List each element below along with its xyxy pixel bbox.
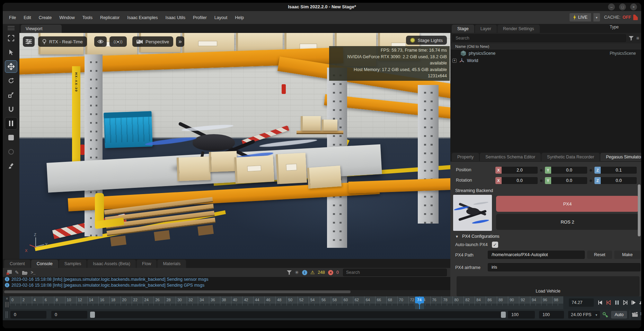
- select-tool-button[interactable]: [5, 32, 17, 44]
- reset-button[interactable]: Reset: [587, 251, 612, 259]
- backend-ros2-button[interactable]: ROS 2: [496, 214, 639, 230]
- go-to-end-button[interactable]: [621, 298, 629, 307]
- start-frame-field[interactable]: [10, 311, 46, 319]
- stop-tool-button[interactable]: [5, 131, 17, 144]
- expander-plus-icon[interactable]: +: [452, 59, 457, 63]
- open-folder-icon[interactable]: [22, 270, 28, 275]
- go-to-start-button[interactable]: [605, 298, 612, 307]
- info-filter-icon[interactable]: i: [302, 270, 307, 275]
- minimize-button[interactable]: –: [608, 3, 615, 10]
- make-button[interactable]: Make: [614, 251, 641, 259]
- close-button[interactable]: ×: [630, 3, 637, 10]
- next-frame-button[interactable]: [630, 298, 637, 307]
- end-frame-field[interactable]: [539, 311, 564, 319]
- tab-samples[interactable]: Samples: [59, 260, 87, 268]
- position-x-field[interactable]: 2.0: [502, 167, 538, 174]
- section-collapse-arrow[interactable]: ▼: [455, 235, 459, 238]
- live-button[interactable]: LIVE: [570, 13, 591, 21]
- maximize-button[interactable]: □: [619, 3, 626, 10]
- viewport-settings-button[interactable]: [23, 36, 35, 47]
- current-time-field[interactable]: [569, 298, 594, 307]
- tab-stage[interactable]: Stage: [452, 25, 474, 33]
- camera-selector[interactable]: Perspective: [132, 36, 173, 47]
- px4-configurations-section[interactable]: PX4 Configurations: [462, 234, 500, 239]
- position-z-field[interactable]: 0.1: [601, 167, 637, 174]
- auto-key-button[interactable]: Auto: [611, 311, 627, 319]
- rotation-x-field[interactable]: 0.0: [502, 177, 538, 184]
- scale-tool-button[interactable]: [5, 89, 17, 101]
- rotation-y-field[interactable]: 0.0: [551, 177, 587, 184]
- cache-file-icon[interactable]: [633, 15, 638, 20]
- console-hscrollbar[interactable]: [3, 290, 450, 294]
- autolaunch-checkbox[interactable]: ✓: [492, 242, 498, 248]
- px4-path-input[interactable]: [488, 251, 585, 259]
- timeline-menu-icon[interactable]: ≡: [640, 311, 641, 317]
- position-y-field[interactable]: 0.0: [551, 167, 587, 174]
- pause-button[interactable]: [613, 298, 620, 307]
- px4-airframe-input[interactable]: [488, 263, 641, 271]
- playhead[interactable]: 74: [415, 297, 424, 303]
- timeline-close-icon[interactable]: ×: [4, 296, 10, 309]
- cursor-tool-button[interactable]: [5, 46, 17, 59]
- tab-content[interactable]: Content: [4, 260, 30, 268]
- viewport-3d-scene[interactable]: HX-AX-30: [19, 33, 450, 262]
- fps-selector[interactable]: 24.00 FPS ▾: [568, 311, 600, 319]
- options-icon[interactable]: ≡: [636, 35, 639, 41]
- tree-row-world[interactable]: + World: [450, 57, 641, 64]
- renderer-selector[interactable]: RTX - Real-Time: [38, 36, 87, 47]
- filter-icon[interactable]: [287, 270, 292, 275]
- tab-materials[interactable]: Materials: [157, 260, 186, 268]
- type-column-header[interactable]: Type: [610, 25, 619, 29]
- menu-isaac-utils[interactable]: Isaac Utils: [165, 15, 185, 20]
- toolbar-expand-button[interactable]: »: [176, 36, 184, 47]
- console-search-input[interactable]: [343, 269, 447, 276]
- console-log-area[interactable]: i2023-02-16 15:18:08 [Info] [pegasus.sim…: [3, 277, 450, 290]
- menu-layout[interactable]: Layout: [214, 15, 228, 20]
- tab-property[interactable]: Property: [452, 153, 479, 161]
- tab-render-settings[interactable]: Render Settings: [497, 25, 540, 33]
- snap-tool-button[interactable]: [5, 103, 17, 115]
- menu-help[interactable]: Help: [235, 15, 244, 20]
- tab-synthetic-data-recorder[interactable]: Synthetic Data Recorder: [541, 153, 600, 161]
- clear-console-icon[interactable]: [6, 270, 12, 275]
- right-panel-scrollbar[interactable]: [638, 162, 641, 296]
- error-filter-icon[interactable]: ×: [328, 270, 333, 275]
- stage-lights-button[interactable]: Stage Lights: [406, 36, 447, 45]
- name-column-header[interactable]: Name (Old to New): [455, 44, 489, 49]
- set-key-icon[interactable]: [602, 312, 608, 318]
- tab-console[interactable]: Console: [31, 260, 58, 268]
- audio-preview-button[interactable]: ((●)): [109, 36, 127, 47]
- menu-profiler[interactable]: Profiler: [193, 15, 207, 20]
- menu-create[interactable]: Create: [39, 15, 52, 20]
- menu-isaac-examples[interactable]: Isaac Examples: [127, 15, 158, 20]
- prev-frame-button[interactable]: [597, 298, 604, 307]
- menu-window[interactable]: Window: [59, 15, 74, 20]
- clapperboard-icon[interactable]: [632, 312, 638, 317]
- timeline-ruler[interactable]: 0246810121416182022242628303234363840424…: [10, 296, 563, 309]
- stage-search-input[interactable]: [452, 34, 626, 42]
- visibility-button[interactable]: [94, 36, 107, 47]
- edit-log-icon[interactable]: ✎: [15, 270, 19, 275]
- tab-layer[interactable]: Layer: [475, 25, 497, 33]
- range-slider-track[interactable]: [90, 311, 506, 318]
- menu-replicator[interactable]: Replicator: [100, 15, 120, 20]
- filter-icon[interactable]: [629, 36, 634, 41]
- load-vehicle-button[interactable]: Load Vehicle: [457, 276, 639, 296]
- verbose-icon[interactable]: ✳: [295, 270, 299, 275]
- rotation-z-field[interactable]: 0.0: [601, 177, 637, 184]
- tab-viewport[interactable]: Viewport: [21, 25, 62, 33]
- paint-tool-button[interactable]: [5, 160, 17, 172]
- rotate-tool-button[interactable]: [5, 75, 17, 87]
- range-start-field[interactable]: [51, 311, 87, 319]
- terminal-icon[interactable]: >_: [31, 270, 36, 275]
- loop-button[interactable]: [638, 298, 641, 307]
- range-end-handle[interactable]: [501, 312, 506, 318]
- menu-file[interactable]: File: [9, 15, 16, 20]
- menu-tools[interactable]: Tools: [82, 15, 92, 20]
- range-end-field[interactable]: [508, 311, 535, 319]
- warning-filter-icon[interactable]: ⚠: [310, 270, 315, 275]
- live-dropdown-chevron[interactable]: ▾: [593, 13, 600, 21]
- tab-flow[interactable]: Flow: [136, 260, 157, 268]
- tab-pegasus-simulator[interactable]: Pegasus Simulator: [600, 153, 641, 161]
- backend-px4-button[interactable]: PX4: [496, 196, 639, 212]
